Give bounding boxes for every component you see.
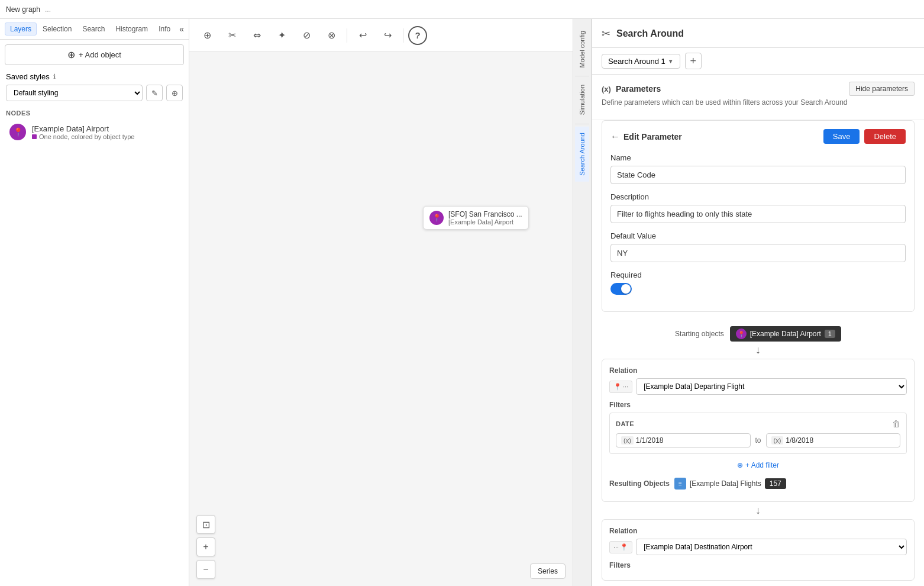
sa-tab-1[interactable]: Search Around 1 ▼ [602, 54, 680, 69]
filter-param-icon-2: (x) [771, 436, 784, 445]
node-desc: One node, colored by object type [32, 133, 134, 140]
starting-objects-label: Starting objects [675, 330, 724, 338]
result-count: 157 [765, 478, 786, 489]
edit-param-back-btn[interactable]: ← Edit Parameter [610, 131, 682, 142]
toolbar-exclude-btn[interactable]: ⊘ [296, 25, 317, 46]
add-filter-label: + Add filter [745, 461, 779, 469]
edit-param-actions: Save Delete [823, 129, 906, 144]
param-desc-input[interactable] [610, 205, 906, 223]
right-panel-header: ✂ Search Around [592, 19, 924, 48]
filters-1-label: Filters [609, 401, 907, 409]
tab-layers[interactable]: Layers [5, 22, 37, 36]
tab-selection[interactable]: Selection [38, 23, 76, 35]
collapse-left-panel[interactable]: « [179, 24, 184, 34]
help-button[interactable]: ? [408, 26, 427, 45]
edit-style-button[interactable]: ✎ [146, 85, 163, 101]
node-item[interactable]: 📍 [Example Data] Airport One node, color… [4, 119, 185, 145]
add-filter-button[interactable]: ⊕ + Add filter [609, 458, 907, 473]
required-toggle[interactable] [610, 283, 632, 295]
save-parameter-button[interactable]: Save [823, 129, 860, 144]
filter-param-icon-1: (x) [621, 436, 634, 445]
parameters-section: (x) Parameters Hide parameters Define pa… [592, 75, 924, 120]
resulting-objects-tag: ≡ [Example Data] Flights 157 [674, 478, 786, 490]
toolbar-delete-btn[interactable]: ⊗ [321, 25, 342, 46]
relation-1-select[interactable]: [Example Data] Departing Flight [636, 378, 907, 395]
starting-tag-icon: 📍 [736, 329, 747, 339]
relation-2-select[interactable]: [Example Data] Destination Airport [636, 539, 907, 555]
add-object-label: + Add object [79, 50, 121, 59]
toolbar-separator [347, 28, 347, 43]
filter-delete-1[interactable]: 🗑 [892, 419, 900, 429]
param-default-input[interactable] [610, 244, 906, 262]
saved-styles-row: Saved styles ℹ [0, 70, 189, 85]
add-object-button[interactable]: ⊕ + Add object [5, 44, 184, 65]
delete-parameter-button[interactable]: Delete [864, 129, 906, 144]
param-default-group: Default Value [610, 231, 906, 262]
edit-param-title: Edit Parameter [623, 132, 682, 141]
filters-2-label: Filters [609, 561, 907, 569]
sa-flow: Starting objects 📍 [Example Data] Airpor… [592, 319, 924, 586]
info-icon: ℹ [53, 73, 56, 81]
filter-to-input[interactable] [786, 436, 895, 445]
param-name-input[interactable] [610, 166, 906, 184]
filter-to-wrap: (x) [766, 433, 901, 447]
filter-from-wrap: (x) [616, 433, 751, 447]
series-button[interactable]: Series [530, 564, 566, 579]
vertical-tab-sep-1 [575, 76, 589, 76]
graph-node-airport[interactable]: 📍 [SFO] San Francisco ... [Example Data]… [423, 206, 529, 230]
sa-tab-bar: Search Around 1 ▼ + [592, 48, 924, 75]
top-bar: New graph ... [0, 0, 924, 19]
toggle-thumb [621, 284, 631, 294]
vertical-tab-search-around[interactable]: Search Around [575, 127, 589, 182]
nodes-label: NODES [0, 106, 189, 119]
relation-1-box: Relation 📍 ··· [Example Data] Departing … [602, 359, 915, 502]
add-filter-plus-icon: ⊕ [737, 461, 743, 469]
zoom-out-button[interactable]: − [196, 560, 215, 579]
toolbar-undo-btn[interactable]: ↩ [352, 25, 373, 46]
starting-objects-count: 1 [825, 330, 835, 338]
style-select[interactable]: Default styling [6, 85, 143, 101]
zoom-in-button[interactable]: + [196, 537, 215, 556]
filter-to-label: to [755, 436, 761, 445]
toolbar-link-btn[interactable]: ⇔ [246, 25, 267, 46]
filter-range-row: (x) to (x) [616, 433, 900, 447]
result-name: [Example Data] Flights [690, 479, 761, 488]
relation-1-icon-pair: 📍 ··· [609, 381, 632, 393]
toolbar-target-btn[interactable]: ⊕ [196, 25, 218, 46]
starting-objects-name: [Example Data] Airport [750, 330, 821, 338]
result-type-icon: ≡ [674, 478, 686, 490]
sa-add-tab-button[interactable]: + [685, 53, 702, 69]
style-select-row: Default styling ✎ ⊕ [0, 85, 189, 106]
relation-2-right-icon: 📍 [620, 543, 628, 551]
right-header-title: Search Around [616, 28, 684, 39]
param-default-label: Default Value [610, 231, 906, 240]
tab-histogram[interactable]: Histogram [111, 23, 153, 35]
relation-2-icon-pair: ··· 📍 [609, 541, 632, 553]
params-title: (x) Parameters [602, 84, 661, 94]
back-arrow-icon: ← [610, 131, 620, 142]
node-color-square [32, 134, 37, 139]
fit-view-button[interactable]: ⊡ [196, 515, 215, 534]
params-description: Define parameters which can be used with… [602, 98, 915, 107]
filter-card-1-header: DATE 🗑 [616, 419, 900, 429]
left-tab-bar: Layers Selection Search Histogram Info « [0, 19, 189, 40]
filter-from-input[interactable] [636, 436, 745, 445]
toolbar-redo-btn[interactable]: ↪ [377, 25, 398, 46]
hide-parameters-button[interactable]: Hide parameters [849, 82, 915, 96]
vertical-tab-model-config[interactable]: Model config [575, 25, 589, 73]
relation-1-left-icon: 📍 [613, 383, 622, 391]
toolbar-merge-btn[interactable]: ✦ [271, 25, 292, 46]
add-style-button[interactable]: ⊕ [166, 85, 183, 101]
tab-search[interactable]: Search [77, 23, 109, 35]
param-required-group: Required [610, 271, 906, 295]
toolbar-cut-btn[interactable]: ✂ [221, 25, 243, 46]
toolbar: ⊕ ✂ ⇔ ✦ ⊘ ⊗ ↩ ↪ ? [189, 19, 573, 52]
right-header-icon: ✂ [602, 27, 610, 40]
canvas-content: 📍 [SFO] San Francisco ... [Example Data]… [189, 52, 573, 586]
vertical-tab-simulation[interactable]: Simulation [575, 79, 589, 121]
resulting-objects-label: Resulting Objects [609, 479, 670, 488]
edit-param-header: ← Edit Parameter Save Delete [610, 129, 906, 144]
resulting-objects-row: Resulting Objects ≡ [Example Data] Fligh… [609, 478, 907, 490]
tab-info[interactable]: Info [154, 23, 175, 35]
param-name-label: Name [610, 153, 906, 162]
